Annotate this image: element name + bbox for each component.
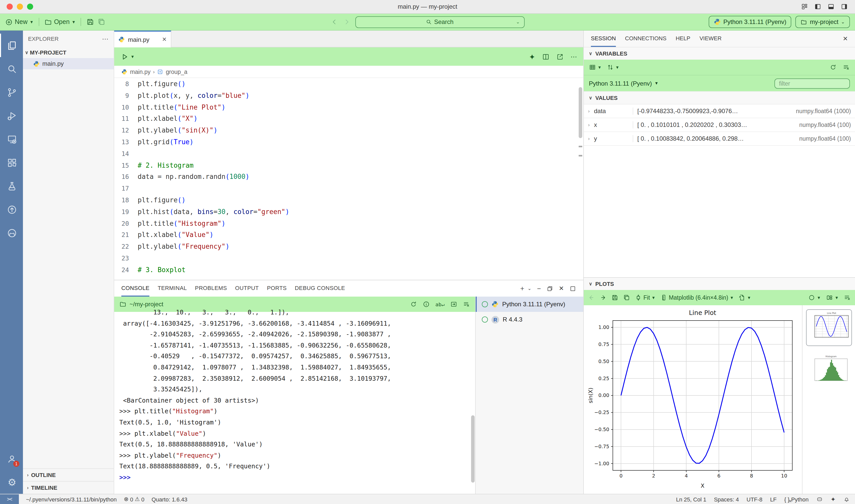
toggle-secondary-sidebar-icon[interactable] <box>841 3 848 10</box>
panel-tab-terminal[interactable]: TERMINAL <box>158 280 186 296</box>
variable-row-data[interactable]: ›data[-0.97448233,-0.75009923,-0.9076…nu… <box>584 105 855 118</box>
session-python[interactable]: Python 3.11.11 (Pyenv) <box>476 296 583 312</box>
restore-panel-icon[interactable] <box>547 285 553 292</box>
new-button[interactable]: New▼ <box>5 18 34 26</box>
right-tab-help[interactable]: HELP <box>676 31 690 47</box>
cursor-position-status[interactable]: Ln 25, Col 1 <box>676 496 706 502</box>
chevron-right-icon[interactable]: › <box>584 122 594 127</box>
variables-filter-input[interactable]: filter <box>774 78 850 88</box>
customize-layout-icon[interactable] <box>801 3 808 10</box>
code-line[interactable]: 16data = np.random.randn(1000) <box>114 172 583 183</box>
activity-item-explorer[interactable] <box>0 34 23 57</box>
plot-thumbnail-line-plot[interactable]: Line Plot <box>806 309 852 346</box>
activity-item-settings[interactable]: ⚙ <box>0 470 23 494</box>
code-line[interactable]: 13plt.grid(True) <box>114 137 583 148</box>
move-to-editor-icon[interactable] <box>450 301 457 308</box>
plots-section-header[interactable]: ∨ PLOTS <box>584 278 855 290</box>
code-line[interactable]: 18plt.figure() <box>114 195 583 206</box>
close-panel-icon[interactable]: ✕ <box>559 285 564 292</box>
zoom-fit-selector[interactable]: Fit ▼ <box>635 294 655 301</box>
variable-row-x[interactable]: ›x[ 0. , 0.1010101 , 0.2020202 , 0.30303… <box>584 118 855 132</box>
save-plot-icon[interactable] <box>611 294 619 301</box>
code-line[interactable]: 23 <box>114 253 583 265</box>
activity-item-publish[interactable] <box>0 198 23 221</box>
panel-tab-console[interactable]: CONSOLE <box>121 280 149 296</box>
code-line[interactable]: 10plt.title("Line Plot") <box>114 102 583 113</box>
console-scrollbar[interactable] <box>471 416 475 483</box>
file-item-main-py[interactable]: main.py <box>23 58 114 69</box>
search-input[interactable]: Search ⌄ <box>355 16 524 28</box>
navigate-back-icon[interactable] <box>331 18 338 25</box>
chevron-down-icon[interactable]: ⌄ <box>528 286 532 291</box>
activity-item-github[interactable] <box>0 221 23 245</box>
activity-item-testing[interactable] <box>0 174 23 198</box>
activity-item-source-control[interactable] <box>0 80 23 104</box>
toggle-sidebar-icon[interactable] <box>814 3 821 10</box>
interpreter-selector[interactable]: Python 3.11.11 (Pyenv) <box>709 16 791 28</box>
values-section-header[interactable]: ∨ VALUES <box>584 91 855 105</box>
activity-item-remote-explorer[interactable] <box>0 127 23 151</box>
open-button[interactable]: Open▼ <box>44 18 76 26</box>
activity-item-search[interactable] <box>0 57 23 80</box>
code-line[interactable]: 9plt.plot(x, y, color="blue") <box>114 90 583 102</box>
breadcrumb-symbol[interactable]: group_a <box>166 69 188 75</box>
code-line[interactable]: 15# 2. Histogram <box>114 160 583 172</box>
code-line[interactable]: 11plt.xlabel("X") <box>114 113 583 125</box>
code-line[interactable]: 24# 3. Boxplot <box>114 265 583 276</box>
notifications-bell-icon[interactable] <box>843 496 850 502</box>
code-line[interactable]: 14 <box>114 148 583 160</box>
plot-thumbnail-histogram[interactable]: Histogram <box>806 353 851 389</box>
code-line[interactable]: 21plt.xlabel("Value") <box>114 230 583 241</box>
right-tab-connections[interactable]: CONNECTIONS <box>625 31 666 47</box>
editor-scrollbar[interactable] <box>579 87 582 138</box>
plot-shape-selector[interactable]: ▼ <box>808 294 821 301</box>
ai-sparkle-icon[interactable]: ✦ <box>529 53 535 60</box>
outline-section[interactable]: › OUTLINE <box>23 468 114 481</box>
variable-row-y[interactable]: ›y[ 0. , 0.10083842, 0.20064886, 0.298…n… <box>584 132 855 146</box>
minimize-panel-icon[interactable]: − <box>537 285 541 292</box>
variables-section-header[interactable]: ∨ VARIABLES <box>584 48 855 60</box>
plot-size-selector[interactable]: Matplotlib (6.4in×4.8in) ▼ <box>660 294 734 301</box>
navigate-forward-icon[interactable] <box>343 18 350 25</box>
problems-status[interactable]: ⊗0 ⚠0 <box>124 496 145 502</box>
clear-plots-icon[interactable] <box>844 294 851 301</box>
copilot-icon[interactable] <box>816 496 823 502</box>
quarto-status[interactable]: Quarto: 1.6.43 <box>152 496 188 502</box>
explorer-actions-icon[interactable]: ⋯ <box>102 35 109 42</box>
word-wrap-icon[interactable]: ab↵ <box>435 302 445 307</box>
indentation-status[interactable]: Spaces: 4 <box>714 496 739 502</box>
toggle-panel-icon[interactable] <box>827 3 835 10</box>
code-line[interactable]: 20plt.title("Histogram") <box>114 218 583 230</box>
code-line[interactable]: 8plt.figure() <box>114 78 583 90</box>
project-root-folder[interactable]: ∨ MY-PROJECT <box>23 47 114 58</box>
plot-layout-selector[interactable]: ▼ <box>826 294 839 301</box>
code-line[interactable]: 12plt.ylabel("sin(X)") <box>114 125 583 137</box>
remote-indicator[interactable]: >< <box>0 494 19 504</box>
activity-item-account[interactable]: 1 <box>0 447 23 470</box>
chevron-right-icon[interactable]: › <box>584 136 594 141</box>
close-right-panel-icon[interactable]: ✕ <box>843 35 848 42</box>
timeline-section[interactable]: › TIMELINE <box>23 481 114 494</box>
group-variables-button[interactable]: ▼ <box>589 64 602 71</box>
breadcrumb-file[interactable]: main.py <box>130 69 151 75</box>
breadcrumb[interactable]: main.py › group_a <box>114 66 583 78</box>
python-interpreter-status[interactable]: ~/.pyenv/versions/3.11.11/bin/python <box>26 496 117 502</box>
close-tab-icon[interactable]: ✕ <box>162 36 167 43</box>
language-mode-status[interactable]: { }✕ Python <box>784 496 808 502</box>
right-tab-session[interactable]: SESSION <box>591 31 616 47</box>
export-plot-selector[interactable]: ▼ <box>738 294 751 301</box>
console-output[interactable]: 13., 10., 3., 3., 0., 1.]), array([-4.16… <box>114 307 475 494</box>
session-r[interactable]: RR 4.4.3 <box>476 312 583 327</box>
maximize-panel-icon[interactable] <box>569 285 576 292</box>
ai-sparkle-icon[interactable]: ✦ <box>831 496 836 503</box>
activity-item-extensions[interactable] <box>0 151 23 174</box>
run-file-button[interactable]: ▼ <box>120 52 135 61</box>
info-icon[interactable] <box>423 301 430 308</box>
save-all-icon[interactable] <box>97 18 106 26</box>
clear-console-icon[interactable] <box>463 301 470 308</box>
code-line[interactable]: 19plt.hist(data, bins=30, color="green") <box>114 206 583 218</box>
previous-plot-icon[interactable] <box>588 294 595 301</box>
variables-session-selector[interactable]: Python 3.11.11 (Pyenv) ▼ <box>589 80 658 87</box>
more-actions-icon[interactable]: ⋯ <box>571 53 577 60</box>
panel-tab-problems[interactable]: PROBLEMS <box>195 280 227 296</box>
